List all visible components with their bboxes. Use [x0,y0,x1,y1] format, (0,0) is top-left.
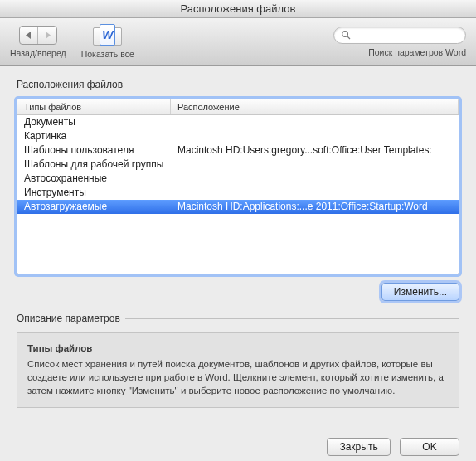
cell-location: Macintosh HD:Applications:...e 2011:Offi… [171,200,459,214]
svg-point-2 [342,32,348,37]
cell-location [171,158,459,172]
modify-button[interactable]: Изменить... [381,283,459,301]
table-row[interactable]: Картинка [17,129,459,143]
file-locations-section: Расположения файлов Типы файлов Располож… [17,79,459,301]
table-row[interactable]: Шаблоны для рабочей группы [17,158,459,172]
list-header: Типы файлов Расположение [17,99,459,115]
show-all-button[interactable]: W [91,24,124,46]
back-button[interactable] [20,27,39,44]
table-row[interactable]: Инструменты [17,186,459,200]
cell-type: Картинка [17,129,171,143]
description-section: Описание параметров Типы файлов Список м… [17,313,459,408]
section-legend: Расположения файлов [17,79,128,90]
svg-marker-0 [26,32,31,39]
divider [125,318,459,319]
close-button[interactable]: Закрыть [327,438,390,456]
search-input[interactable] [354,28,459,41]
search-label: Поиск параметров Word [368,47,466,57]
divider [128,85,459,85]
table-row[interactable]: Автосохраненные [17,172,459,186]
cell-type: Автозагружаемые [17,200,171,214]
column-header-location[interactable]: Расположение [171,99,459,114]
cell-location [171,129,459,143]
search-field[interactable] [333,27,466,44]
search-group: Поиск параметров Word [333,27,466,57]
footer-buttons: Закрыть OK [0,429,476,461]
description-body: Список мест хранения и путей поиска доку… [27,357,449,397]
description-box: Типы файлов Список мест хранения и путей… [17,332,459,408]
triangle-right-icon [44,32,51,39]
cell-type: Шаблоны для рабочей группы [17,158,171,172]
search-icon [341,30,351,40]
column-header-type[interactable]: Типы файлов [17,99,171,114]
file-locations-list[interactable]: Типы файлов Расположение ДокументыКартин… [17,99,459,274]
toolbar: Назад/вперед W Показать все Поиск параме… [0,18,476,66]
window-title: Расположения файлов [0,0,476,18]
cell-type: Документы [17,115,171,129]
word-page-icon: W [100,24,115,46]
cell-type: Инструменты [17,186,171,200]
cell-location [171,115,459,129]
forward-button[interactable] [38,27,56,44]
cell-location: Macintosh HD:Users:gregory...soft:Office… [171,143,459,158]
cell-type: Автосохраненные [17,172,171,186]
ok-button[interactable]: OK [400,438,459,456]
table-row[interactable]: Шаблоны пользователяMacintosh HD:Users:g… [17,143,459,158]
cell-type: Шаблоны пользователя [17,143,171,158]
svg-marker-1 [46,32,51,39]
nav-group: Назад/вперед [10,26,66,58]
triangle-left-icon [26,32,32,39]
back-forward-segmented[interactable] [19,26,57,45]
show-all-group: W Показать все [81,24,134,59]
cell-location [171,172,459,186]
table-row[interactable]: АвтозагружаемыеMacintosh HD:Applications… [17,200,459,214]
cell-location [171,186,459,200]
description-title: Типы файлов [27,342,449,355]
svg-line-3 [347,36,350,39]
nav-label: Назад/вперед [10,48,66,58]
table-row[interactable]: Документы [17,115,459,129]
show-all-label: Показать все [81,49,134,59]
description-legend: Описание параметров [17,313,125,324]
